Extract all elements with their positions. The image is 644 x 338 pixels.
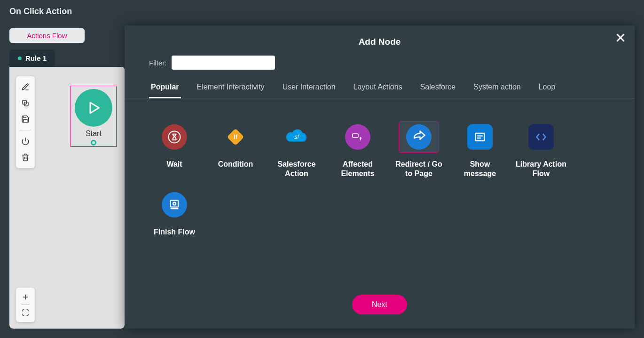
svg-rect-16 [171, 201, 178, 207]
actions-flow-button[interactable]: Actions Flow [9, 28, 85, 43]
filter-label: Filter: [149, 59, 167, 67]
rule-tabs: Rule 1 [9, 49, 125, 67]
filter-row: Filter: [125, 56, 635, 83]
modal-footer: Next [125, 285, 635, 329]
flow-canvas[interactable]: Start [9, 67, 125, 329]
tab-loop[interactable]: Loop [537, 83, 558, 98]
canvas-zoom-toolbar [16, 288, 35, 322]
zoom-in-icon[interactable] [18, 290, 32, 304]
node-affected-elements[interactable]: Affected Elements [332, 121, 383, 178]
close-icon[interactable] [615, 32, 626, 43]
node-label: Wait [166, 160, 182, 169]
hourglass-icon [162, 124, 187, 150]
node-grid: Wait If Condition sf Salesforce Acti [125, 98, 635, 237]
start-node[interactable]: Start [71, 86, 117, 147]
next-button[interactable]: Next [352, 295, 407, 314]
copy-icon[interactable] [18, 96, 32, 110]
node-label: Library Action Flow [516, 160, 566, 178]
tab-layout-actions[interactable]: Layout Actions [352, 83, 404, 98]
cloud-icon: sf [284, 124, 309, 150]
rule-tab-1[interactable]: Rule 1 [9, 49, 55, 67]
node-finish-flow[interactable]: Finish Flow [149, 189, 200, 237]
svg-marker-5 [90, 103, 99, 113]
node-label: Affected Elements [332, 160, 383, 178]
finish-icon [162, 192, 187, 217]
start-node-label: Start [86, 129, 102, 138]
svg-text:sf: sf [294, 134, 299, 140]
node-label: Finish Flow [154, 227, 195, 237]
code-sync-icon [528, 124, 554, 150]
rule-panel: Rule 1 [9, 49, 125, 329]
power-icon[interactable] [18, 134, 32, 148]
canvas-side-toolbar [16, 76, 35, 168]
svg-rect-12 [353, 134, 358, 137]
header-bar: On Click Action [0, 0, 644, 23]
left-panel: Actions Flow Rule 1 [0, 23, 125, 329]
page-title: On Click Action [9, 7, 72, 16]
tab-salesforce[interactable]: Salesforce [418, 83, 458, 98]
share-arrow-icon [406, 124, 432, 150]
modal-title: Add Node [125, 25, 635, 56]
node-label: Salesforce Action [271, 160, 322, 178]
node-library-action-flow[interactable]: Library Action Flow [516, 121, 566, 178]
svg-rect-13 [476, 133, 485, 141]
diamond-icon: If [223, 124, 248, 150]
category-tabs: Popular Element Interactivity User Inter… [125, 83, 635, 98]
start-node-port-icon[interactable] [91, 140, 96, 145]
node-show-message[interactable]: Show message [455, 121, 505, 178]
fit-screen-icon[interactable] [18, 306, 32, 319]
node-wait[interactable]: Wait [149, 121, 200, 178]
node-label: Condition [218, 160, 253, 169]
tab-user-interaction[interactable]: User Interaction [281, 83, 338, 98]
play-icon [75, 89, 112, 127]
tab-popular[interactable]: Popular [149, 83, 181, 98]
rule-status-dot-icon [18, 56, 22, 60]
add-node-modal: Add Node Filter: Popular Element Interac… [125, 25, 635, 329]
trash-icon[interactable] [18, 150, 32, 164]
message-icon [467, 124, 493, 150]
hand-point-icon [345, 124, 370, 150]
node-redirect[interactable]: Redirect / Go to Page [393, 121, 444, 178]
tab-system-action[interactable]: System action [471, 83, 522, 98]
filter-input[interactable] [172, 56, 275, 70]
node-label: Show message [455, 160, 505, 178]
svg-point-17 [173, 202, 176, 205]
tab-element-interactivity[interactable]: Element Interactivity [195, 83, 267, 98]
svg-text:If: If [234, 134, 237, 140]
rule-tab-label: Rule 1 [25, 54, 47, 62]
node-salesforce-action[interactable]: sf Salesforce Action [271, 121, 322, 178]
edit-icon[interactable] [18, 80, 32, 94]
node-label: Redirect / Go to Page [393, 160, 444, 178]
save-icon[interactable] [18, 112, 32, 126]
node-condition[interactable]: If Condition [210, 121, 261, 178]
content-row: Actions Flow Rule 1 [0, 23, 644, 338]
